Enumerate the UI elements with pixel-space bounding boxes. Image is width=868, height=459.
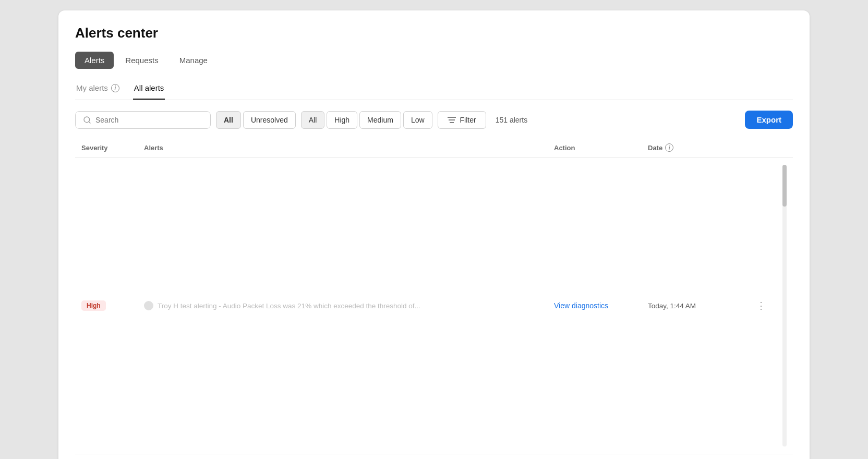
col-header-severity: Severity: [75, 139, 138, 158]
date-value: Today, 1:44 AM: [648, 302, 696, 310]
cell-action-1[interactable]: View diagnostics: [548, 454, 642, 460]
cell-alert-0: Troy H test alerting - Audio Packet Loss…: [138, 158, 548, 454]
col-header-more: [746, 139, 776, 158]
my-alerts-info-icon[interactable]: i: [111, 84, 119, 92]
sub-tab-all-alerts[interactable]: All alerts: [133, 79, 165, 100]
filter-all-resolution[interactable]: All: [216, 111, 241, 129]
cell-date-0: Today, 1:44 AM: [642, 158, 746, 454]
scrollbar-track[interactable]: [782, 165, 787, 446]
cell-alert-1: Troy H test alerting - Audio Packet Loss…: [138, 454, 548, 460]
page-title: Alerts center: [75, 25, 793, 41]
more-options-button[interactable]: ⋮: [752, 298, 770, 313]
filter-unresolved[interactable]: Unresolved: [243, 111, 296, 129]
export-button[interactable]: Export: [745, 111, 793, 129]
severity-medium[interactable]: Medium: [359, 111, 401, 129]
severity-low[interactable]: Low: [403, 111, 432, 129]
scrollbar-cell-0: [776, 158, 793, 454]
table-row: High Troy H test alerting - Audio Packet…: [75, 454, 793, 460]
cell-date-1: Yesterday, 9:28 AM: [642, 454, 746, 460]
cell-severity-1: High: [75, 454, 138, 460]
alerts-table-wrap: Severity Alerts Action Date i: [75, 139, 793, 459]
search-icon: [83, 116, 91, 124]
severity-filter-group: All High Medium Low: [301, 111, 432, 129]
filter-icon: [448, 116, 456, 124]
alert-text: Troy H test alerting - Audio Packet Loss…: [144, 301, 447, 310]
cell-severity-0: High: [75, 158, 138, 454]
cell-more-0[interactable]: ⋮: [746, 158, 776, 454]
table-row: High Troy H test alerting - Audio Packet…: [75, 158, 793, 454]
col-header-alerts: Alerts: [138, 139, 548, 158]
search-input[interactable]: [95, 116, 203, 124]
cell-more-1[interactable]: ⋮: [746, 454, 776, 460]
svg-line-1: [89, 122, 90, 123]
search-box[interactable]: [75, 111, 211, 129]
scrollbar-cell-1: [776, 454, 793, 460]
filter-button[interactable]: Filter: [438, 111, 486, 129]
sub-tab-bar: My alerts i All alerts: [75, 79, 793, 100]
severity-badge: High: [81, 300, 106, 311]
tab-requests[interactable]: Requests: [116, 52, 167, 69]
toolbar: All Unresolved All High Medium Low Filte…: [75, 111, 793, 129]
action-link[interactable]: View diagnostics: [554, 301, 608, 310]
alert-device-icon: [144, 301, 153, 310]
alert-count: 151 alerts: [496, 116, 527, 124]
alerts-table: Severity Alerts Action Date i: [75, 139, 793, 459]
scrollbar-thumb[interactable]: [782, 165, 787, 207]
severity-high[interactable]: High: [327, 111, 357, 129]
severity-all[interactable]: All: [301, 111, 325, 129]
main-tab-bar: Alerts Requests Manage: [75, 52, 793, 69]
cell-action-0[interactable]: View diagnostics: [548, 158, 642, 454]
resolution-filter-group: All Unresolved: [216, 111, 296, 129]
tab-manage[interactable]: Manage: [170, 52, 217, 69]
scrollbar-col-header: [776, 139, 793, 158]
tab-alerts[interactable]: Alerts: [75, 52, 114, 69]
col-header-date: Date i: [642, 139, 746, 158]
col-header-action: Action: [548, 139, 642, 158]
date-info-icon[interactable]: i: [665, 143, 673, 152]
sub-tab-my-alerts[interactable]: My alerts i: [75, 79, 120, 100]
alerts-center-card: Alerts center Alerts Requests Manage My …: [58, 10, 810, 459]
